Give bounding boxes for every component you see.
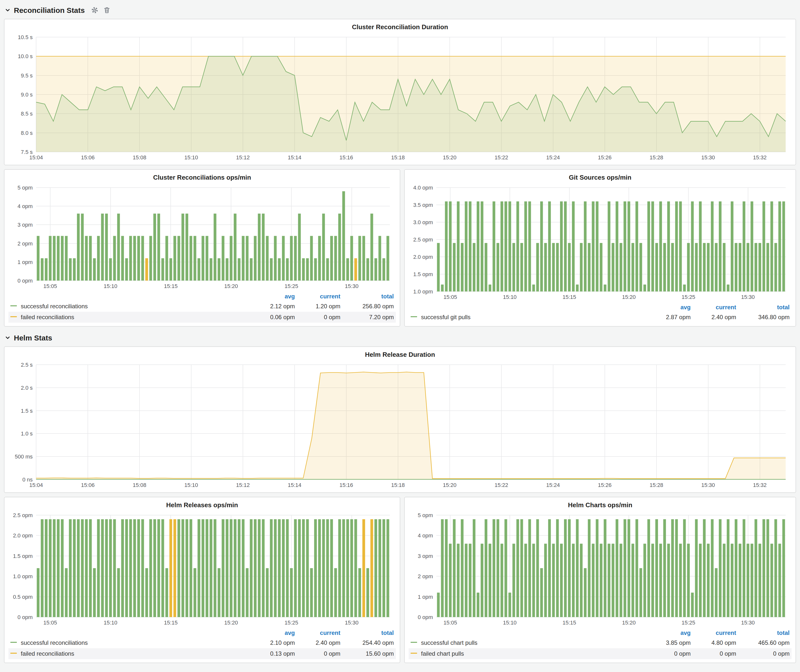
x-axis-tick-label: 15:32 bbox=[753, 154, 766, 161]
bar bbox=[250, 258, 253, 281]
chart-helm-charts[interactable]: 0 opm1 opm2 opm3 opm4 opm5 opm15:0515:10… bbox=[409, 511, 792, 627]
bar bbox=[129, 519, 132, 617]
gear-icon[interactable] bbox=[91, 6, 99, 14]
legend-header-total[interactable]: total bbox=[342, 291, 396, 301]
bar bbox=[125, 258, 128, 281]
chart-git-sources[interactable]: 1.0 opm1.5 opm2.0 opm2.5 opm3.0 opm3.5 o… bbox=[409, 184, 792, 301]
legend-series-toggle[interactable]: failed reconciliations bbox=[8, 312, 251, 323]
legend-header-avg[interactable]: avg bbox=[251, 291, 297, 301]
bar bbox=[719, 519, 722, 617]
legend-series-toggle[interactable]: failed reconciliations bbox=[8, 648, 251, 659]
legend-series-label: successful reconciliations bbox=[21, 639, 88, 646]
bar bbox=[65, 236, 67, 281]
legend-series-toggle[interactable]: successful reconciliations bbox=[8, 637, 251, 648]
legend-header-avg[interactable]: avg bbox=[251, 628, 297, 637]
bar bbox=[719, 202, 722, 291]
bar bbox=[632, 243, 634, 291]
x-axis-tick-label: 15:25 bbox=[682, 294, 695, 300]
bar bbox=[49, 519, 51, 617]
panel-title[interactable]: Cluster Reconciliations ops/min bbox=[8, 172, 396, 184]
bar bbox=[242, 236, 245, 281]
bar bbox=[57, 236, 59, 281]
bar bbox=[45, 258, 48, 281]
bar bbox=[496, 243, 499, 291]
legend-series-toggle[interactable]: failed chart pulls bbox=[409, 648, 647, 659]
panel-title[interactable]: Helm Releases ops/min bbox=[8, 499, 396, 511]
legend-header-current[interactable]: current bbox=[693, 628, 738, 637]
panel-title[interactable]: Helm Release Duration bbox=[8, 349, 792, 361]
bar bbox=[766, 243, 769, 291]
bar bbox=[161, 258, 164, 281]
chart-cluster-reconciliation-duration[interactable]: 7.5 s8.0 s8.5 s9.0 s9.5 s10.0 s10.5 s15:… bbox=[8, 33, 792, 162]
bar bbox=[512, 243, 515, 291]
x-axis-tick-label: 15:26 bbox=[598, 154, 611, 161]
bar bbox=[695, 519, 698, 617]
bar bbox=[254, 519, 256, 617]
legend-header-total[interactable]: total bbox=[738, 302, 792, 312]
bar bbox=[234, 519, 237, 617]
bar bbox=[165, 236, 168, 281]
series-color-dash bbox=[10, 316, 17, 317]
x-axis-tick-label: 15:30 bbox=[345, 619, 358, 626]
series-color-dash bbox=[10, 305, 17, 306]
bar bbox=[584, 202, 587, 291]
bar bbox=[350, 519, 353, 617]
bar bbox=[770, 202, 773, 291]
bar bbox=[715, 568, 718, 617]
bar bbox=[282, 519, 285, 617]
bar bbox=[552, 544, 555, 617]
bar bbox=[170, 519, 172, 617]
panel-title[interactable]: Helm Charts ops/min bbox=[409, 499, 792, 511]
y-axis-tick-label: 1.0 s bbox=[21, 430, 33, 437]
bar bbox=[516, 202, 519, 291]
bar bbox=[238, 258, 240, 281]
row-header-helm-stats[interactable]: Helm Stats bbox=[5, 331, 796, 343]
chevron-down-icon bbox=[5, 7, 10, 13]
legend-series-toggle[interactable]: successful chart pulls bbox=[409, 637, 647, 648]
bar bbox=[314, 519, 317, 617]
bar bbox=[485, 243, 487, 291]
legend-header-current[interactable]: current bbox=[297, 291, 342, 301]
legend-header-avg[interactable]: avg bbox=[647, 302, 693, 312]
panel-title[interactable]: Git Sources ops/min bbox=[409, 172, 792, 184]
legend-current-value: 2.40 opm bbox=[297, 637, 342, 648]
legend-series-toggle[interactable]: successful git pulls bbox=[409, 312, 647, 323]
bar bbox=[750, 544, 753, 617]
bar bbox=[178, 236, 180, 281]
bar bbox=[552, 243, 555, 291]
legend-series-toggle[interactable]: successful reconciliations bbox=[8, 301, 251, 312]
trash-icon[interactable] bbox=[104, 6, 110, 14]
x-axis-tick-label: 15:05 bbox=[43, 283, 57, 289]
chart-helm-release-duration[interactable]: 0 ns500 ms1.0 s1.5 s2.0 s2.5 s15:0415:06… bbox=[8, 361, 792, 490]
bar bbox=[699, 544, 702, 617]
bar bbox=[516, 519, 519, 617]
bar bbox=[81, 214, 83, 281]
bar bbox=[556, 519, 559, 617]
panel-helm-releases: Helm Releases ops/min 0 opm0.5 opm1.0 op… bbox=[4, 497, 400, 663]
y-axis-tick-label: 2 opm bbox=[18, 240, 33, 247]
row-header-reconciliation-stats[interactable]: Reconciliation Stats bbox=[5, 4, 796, 16]
bar bbox=[306, 519, 309, 617]
bar bbox=[520, 519, 523, 617]
bar bbox=[481, 202, 483, 291]
legend-header-total[interactable]: total bbox=[738, 628, 792, 637]
bar bbox=[679, 202, 682, 291]
bar bbox=[250, 519, 253, 617]
chart-cluster-reconciliations[interactable]: 0 opm1 opm2 opm3 opm4 opm5 opm15:0515:10… bbox=[8, 184, 396, 290]
bar bbox=[41, 258, 43, 281]
bar bbox=[536, 243, 539, 291]
legend-header-total[interactable]: total bbox=[342, 628, 396, 637]
bar bbox=[758, 544, 761, 617]
legend-header-avg[interactable]: avg bbox=[647, 628, 693, 637]
bar bbox=[576, 519, 579, 617]
bar bbox=[218, 258, 221, 281]
legend-row: failed reconciliations 0.06 opm 0 opm 7.… bbox=[8, 312, 396, 323]
bar bbox=[37, 236, 40, 281]
chart-helm-releases[interactable]: 0 opm0.5 opm1.0 opm1.5 opm2.0 opm2.5 opm… bbox=[8, 511, 396, 627]
bar bbox=[97, 519, 100, 617]
legend-header-current[interactable]: current bbox=[297, 628, 342, 637]
panel-title[interactable]: Cluster Reconciliation Duration bbox=[8, 21, 792, 33]
bar bbox=[89, 519, 92, 617]
y-axis-tick-label: 0 opm bbox=[418, 614, 433, 620]
legend-header-current[interactable]: current bbox=[693, 302, 738, 312]
